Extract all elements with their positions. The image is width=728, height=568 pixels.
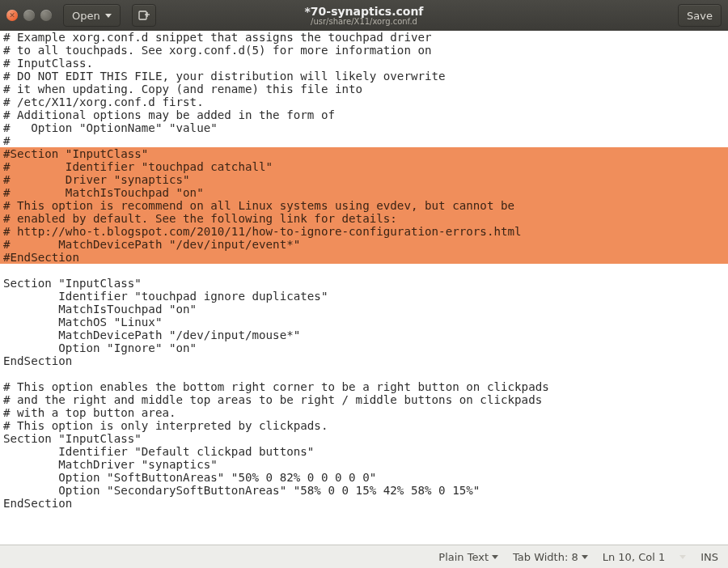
open-button[interactable]: Open — [63, 4, 121, 27]
window-controls: ✕ — [6, 10, 52, 21]
minimize-icon[interactable] — [23, 10, 35, 21]
code-line[interactable]: # http://who-t.blogspot.com/2010/11/how-… — [0, 225, 728, 238]
cursor-position-label: Ln 10, Col 1 — [603, 551, 665, 563]
code-line[interactable]: # it when updating. Copy (and rename) th… — [0, 83, 728, 95]
code-line[interactable]: Identifier "touchpad ignore duplicates" — [0, 290, 728, 303]
code-line[interactable]: # enabled by default. See the following … — [0, 212, 728, 225]
code-line[interactable]: #EndSection — [0, 251, 728, 264]
code-line[interactable]: # /etc/X11/xorg.conf.d first. — [0, 95, 728, 108]
code-line[interactable]: # MatchDevicePath "/dev/input/event*" — [0, 238, 728, 251]
code-line[interactable]: # This option enables the bottom right c… — [0, 380, 728, 393]
code-line[interactable]: Option "SecondarySoftButtonAreas" "58% 0… — [0, 484, 728, 497]
code-line[interactable]: MatchIsTouchpad "on" — [0, 303, 728, 316]
insert-mode-label: INS — [700, 551, 718, 563]
code-line[interactable]: Identifier "Default clickpad buttons" — [0, 445, 728, 458]
syntax-mode-label: Plain Text — [438, 551, 489, 563]
code-line[interactable]: # Example xorg.conf.d snippet that assig… — [0, 31, 728, 44]
new-tab-button[interactable] — [132, 4, 156, 27]
code-line[interactable]: # and the right and middle top areas to … — [0, 393, 728, 406]
code-line[interactable]: MatchDriver "synaptics" — [0, 458, 728, 471]
code-line[interactable] — [0, 264, 728, 277]
save-button-label: Save — [687, 10, 713, 22]
code-line[interactable]: Section "InputClass" — [0, 277, 728, 290]
new-tab-icon — [138, 9, 150, 22]
open-button-label: Open — [72, 10, 100, 22]
code-line[interactable]: Section "InputClass" — [0, 432, 728, 445]
syntax-mode-selector[interactable]: Plain Text — [438, 551, 498, 563]
code-line[interactable]: MatchOS "Linux" — [0, 316, 728, 329]
maximize-icon[interactable] — [40, 10, 52, 21]
insert-mode[interactable]: INS — [700, 551, 718, 563]
code-line[interactable]: Option "SoftButtonAreas" "50% 0 82% 0 0 … — [0, 471, 728, 484]
tab-width-label: Tab Width: 8 — [513, 551, 578, 563]
code-line[interactable]: # Driver "synaptics" — [0, 173, 728, 186]
svg-rect-0 — [139, 11, 146, 19]
code-line[interactable]: # Identifier "touchpad catchall" — [0, 160, 728, 173]
code-line[interactable]: #Section "InputClass" — [0, 147, 728, 160]
cursor-position[interactable]: Ln 10, Col 1 — [603, 551, 665, 563]
chevron-down-icon — [105, 14, 112, 18]
code-line[interactable]: Option "Ignore" "on" — [0, 341, 728, 354]
save-button[interactable]: Save — [678, 4, 722, 27]
tab-width-selector[interactable]: Tab Width: 8 — [513, 551, 588, 563]
code-line[interactable]: MatchDevicePath "/dev/input/mouse*" — [0, 329, 728, 341]
code-line[interactable]: # InputClass. — [0, 57, 728, 70]
code-line[interactable]: # to all touchpads. See xorg.conf.d(5) f… — [0, 44, 728, 57]
code-line[interactable]: # Additional options may be added in the… — [0, 108, 728, 121]
code-content[interactable]: # Example xorg.conf.d snippet that assig… — [0, 31, 728, 510]
close-icon[interactable]: ✕ — [6, 10, 18, 21]
code-line[interactable]: # with a top button area. — [0, 406, 728, 419]
chevron-down-icon[interactable] — [679, 555, 686, 559]
code-line[interactable]: # Option "OptionName" "value" — [0, 121, 728, 134]
titlebar: ✕ Open *70-synaptics.conf /usr/share/X11… — [0, 0, 728, 31]
editor-area[interactable]: # Example xorg.conf.d snippet that assig… — [0, 31, 728, 545]
statusbar: Plain Text Tab Width: 8 Ln 10, Col 1 INS — [0, 545, 728, 568]
code-line[interactable]: # This option is only interpreted by cli… — [0, 419, 728, 432]
chevron-down-icon — [492, 555, 498, 559]
code-line[interactable]: # This option is recommend on all Linux … — [0, 199, 728, 212]
code-line[interactable]: # DO NOT EDIT THIS FILE, your distributi… — [0, 70, 728, 83]
code-line[interactable]: EndSection — [0, 354, 728, 367]
code-line[interactable] — [0, 367, 728, 380]
code-line[interactable]: # — [0, 134, 728, 147]
code-line[interactable]: EndSection — [0, 497, 728, 510]
app-window: ✕ Open *70-synaptics.conf /usr/share/X11… — [0, 0, 728, 568]
code-line[interactable]: # MatchIsTouchpad "on" — [0, 186, 728, 199]
chevron-down-icon — [582, 555, 588, 559]
